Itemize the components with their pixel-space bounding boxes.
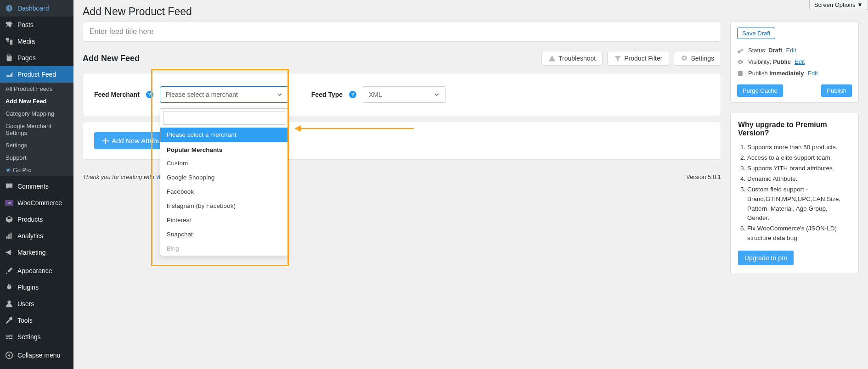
sidebar-item-settings[interactable]: Settings — [0, 329, 73, 345]
settings-button[interactable]: Settings — [674, 51, 721, 66]
submenu-support[interactable]: Support — [0, 151, 73, 164]
sidebar-item-woocommerce[interactable]: W WooCommerce — [0, 195, 73, 211]
star-icon: ★ — [6, 167, 13, 173]
dropdown-option[interactable]: Pinterest — [160, 213, 288, 227]
user-icon — [5, 299, 14, 308]
dropdown-option[interactable]: Facebook — [160, 184, 288, 199]
publish-button[interactable]: Publish — [821, 84, 852, 97]
feed-type-select[interactable]: XML — [363, 86, 445, 103]
dropdown-option[interactable]: Snapchat — [160, 227, 288, 241]
help-icon[interactable]: ? — [349, 91, 356, 98]
dropdown-option[interactable]: Custom — [160, 156, 288, 170]
dropdown-group-header: Popular Merchants — [160, 142, 288, 156]
visibility-text: Visibility: Public — [748, 58, 791, 65]
sidebar-label: Comments — [17, 183, 49, 190]
sidebar-item-comments[interactable]: Comments — [0, 178, 73, 195]
sidebar-label: Product Feed — [17, 71, 56, 78]
sidebar-item-product-feed[interactable]: Product Feed — [0, 66, 73, 83]
sidebar-collapse[interactable]: Collapse menu — [0, 347, 73, 363]
chevron-down-icon — [434, 92, 440, 97]
submenu-add-feed[interactable]: Add New Feed — [0, 95, 73, 107]
sidebar-label: Dashboard — [17, 5, 49, 12]
dropdown-option[interactable]: Instagram (by Facebook) — [160, 199, 288, 213]
gear-icon — [681, 55, 688, 62]
comment-icon — [5, 182, 14, 191]
feed-type-value: XML — [369, 91, 382, 98]
key-icon — [737, 47, 744, 54]
submenu-settings[interactable]: Settings — [0, 139, 73, 151]
sidebar-label: Posts — [17, 21, 34, 28]
sidebar-item-appearance[interactable]: Appearance — [0, 263, 73, 279]
sidebar-item-dashboard[interactable]: Dashboard — [0, 0, 73, 17]
purge-cache-button[interactable]: Purge Cache — [737, 84, 783, 97]
sidebar-item-products[interactable]: Products — [0, 211, 73, 228]
chart-icon — [5, 70, 14, 79]
sliders-icon — [5, 332, 14, 341]
sidebar-item-users[interactable]: Users — [0, 296, 73, 312]
sidebar-item-pages[interactable]: Pages — [0, 50, 73, 66]
upgrade-reason: Supports YITH brand attributes. — [747, 164, 851, 173]
wrench-icon — [5, 316, 14, 325]
status-text: Status: Draft — [748, 47, 782, 54]
merchant-select[interactable]: Please select a merchant — [160, 86, 288, 103]
sidebar-label: WooCommerce — [17, 199, 62, 207]
feed-title-input[interactable] — [83, 22, 721, 42]
sidebar-item-posts[interactable]: Posts — [0, 17, 73, 33]
screen-options-toggle[interactable]: Screen Options ▼ — [809, 0, 868, 10]
svg-point-0 — [7, 40, 9, 42]
publish-edit-link[interactable]: Edit — [807, 70, 817, 77]
dropdown-option[interactable]: Google Shopping — [160, 170, 288, 184]
sidebar-submenu: All Product Feeds Add New Feed Category … — [0, 83, 73, 176]
merchant-dropdown: Please select a merchant Popular Merchan… — [160, 108, 288, 256]
dropdown-option[interactable]: Bing — [160, 241, 288, 256]
warning-icon — [548, 55, 556, 62]
sidebar-item-analytics[interactable]: Analytics — [0, 228, 73, 244]
page-title: Add New Product Feed — [83, 0, 859, 22]
submenu-gopro[interactable]: ★ Go Pro — [0, 164, 73, 176]
svg-text:W: W — [8, 201, 11, 205]
feed-section-heading: Add New Feed — [83, 54, 140, 63]
sidebar-item-media[interactable]: Media — [0, 33, 73, 50]
chevron-down-icon — [277, 92, 282, 97]
submenu-all-feeds[interactable]: All Product Feeds — [0, 83, 73, 95]
save-draft-button[interactable]: Save Draft — [737, 28, 775, 39]
box-icon — [5, 215, 14, 224]
upgrade-reason: Access to a elite support team. — [747, 153, 851, 163]
plus-icon — [102, 138, 109, 144]
submenu-category-mapping[interactable]: Category Mapping — [0, 107, 73, 120]
sidebar-item-marketing[interactable]: Marketing — [0, 244, 73, 261]
sidebar-label: Marketing — [17, 249, 45, 256]
footer-version: Version 5.8.1 — [686, 173, 721, 180]
upgrade-reason: Supports more than 50 products. — [747, 143, 851, 152]
publish-text: Publish immediately — [748, 70, 804, 77]
sidebar-label: Plugins — [17, 284, 39, 291]
troubleshoot-button[interactable]: Troubleshoot — [541, 51, 603, 66]
help-icon[interactable]: ? — [146, 91, 153, 98]
submenu-google-merchant[interactable]: Google Merchant Settings — [0, 120, 73, 139]
sidebar-label: Tools — [17, 317, 33, 324]
upgrade-box: Why upgrade to Premium Version? Supports… — [730, 112, 859, 274]
upgrade-reason: Custom field support - Brand,GTIN,MPN,UP… — [747, 185, 851, 224]
product-filter-button[interactable]: Product Filter — [607, 51, 669, 66]
collapse-icon — [5, 351, 14, 360]
filter-icon — [614, 55, 621, 62]
dropdown-option-placeholder[interactable]: Please select a merchant — [160, 128, 288, 142]
sidebar-label: Media — [17, 38, 35, 45]
bars-icon — [5, 231, 14, 240]
eye-icon — [737, 59, 744, 65]
upgrade-button[interactable]: Upgrade to pro — [738, 251, 794, 265]
merchant-label: Feed Merchant — [94, 91, 140, 98]
visibility-edit-link[interactable]: Edit — [795, 58, 805, 65]
upgrade-heading: Why upgrade to Premium Version? — [738, 121, 851, 137]
megaphone-icon — [5, 248, 14, 257]
sidebar-item-tools[interactable]: Tools — [0, 312, 73, 329]
sidebar-label: Collapse menu — [17, 352, 60, 359]
sidebar-item-plugins[interactable]: Plugins — [0, 279, 73, 296]
pin-icon — [5, 20, 14, 29]
sidebar-label: Settings — [17, 333, 41, 341]
merchant-search-input[interactable] — [163, 112, 285, 125]
svg-point-3 — [7, 301, 11, 304]
dashboard-icon — [5, 4, 14, 13]
merchant-selected-value: Please select a merchant — [166, 91, 238, 98]
status-edit-link[interactable]: Edit — [786, 47, 796, 54]
